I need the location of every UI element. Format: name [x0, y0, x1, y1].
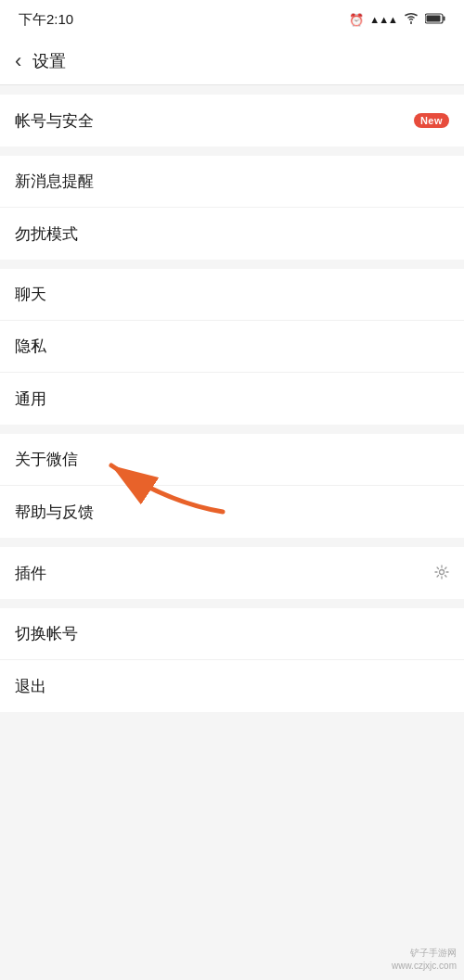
- about-label: 关于微信: [15, 449, 449, 470]
- chat-label: 聊天: [15, 284, 449, 305]
- switch-account-label: 切换帐号: [15, 623, 449, 644]
- menu-item-dnd[interactable]: 勿扰模式: [0, 208, 464, 260]
- dnd-label: 勿扰模式: [15, 223, 449, 245]
- back-chevron-icon: ‹: [15, 51, 21, 71]
- menu-item-general[interactable]: 通用: [0, 373, 464, 425]
- status-time: 下午2:10: [19, 11, 73, 29]
- watermark-line2: www.czjxjc.com: [392, 960, 457, 973]
- menu-item-notifications[interactable]: 新消息提醒: [0, 156, 464, 208]
- menu-item-about[interactable]: 关于微信: [0, 434, 464, 486]
- menu-item-logout[interactable]: 退出: [0, 660, 464, 712]
- status-bar: 下午2:10 ⏰ ▲▲▲: [0, 0, 464, 37]
- watermark: 铲子手游网 www.czjxjc.com: [392, 947, 457, 973]
- menu-item-feedback[interactable]: 帮助与反馈: [0, 486, 464, 538]
- svg-point-4: [440, 569, 445, 574]
- account-section: 帐号与安全 New: [0, 95, 464, 146]
- plugins-label: 插件: [15, 563, 427, 584]
- logout-label: 退出: [15, 676, 449, 697]
- notification-section: 新消息提醒 勿扰模式: [0, 156, 464, 260]
- account-switch-section: 切换帐号 退出: [0, 608, 464, 712]
- plugin-section: 插件: [0, 547, 464, 599]
- settings-section: 聊天 隐私 通用: [0, 269, 464, 425]
- page-title: 设置: [32, 50, 66, 72]
- back-button[interactable]: ‹: [15, 51, 21, 71]
- svg-rect-3: [427, 16, 441, 22]
- privacy-label: 隐私: [15, 336, 449, 357]
- menu-item-chat[interactable]: 聊天: [0, 269, 464, 321]
- watermark-line1: 铲子手游网: [392, 947, 457, 960]
- alarm-icon: ⏰: [349, 13, 364, 27]
- notifications-label: 新消息提醒: [15, 171, 449, 192]
- battery-icon: [425, 11, 445, 28]
- about-section: 关于微信 帮助与反馈: [0, 434, 464, 538]
- plugin-gear-icon: [434, 565, 449, 582]
- account-security-label: 帐号与安全: [15, 110, 405, 132]
- menu-item-switch-account[interactable]: 切换帐号: [0, 608, 464, 660]
- signal-icon: ▲▲▲: [369, 14, 397, 25]
- wifi-icon: [403, 11, 419, 28]
- new-badge: New: [414, 113, 449, 128]
- menu-item-account-security[interactable]: 帐号与安全 New: [0, 95, 464, 146]
- menu-item-privacy[interactable]: 隐私: [0, 321, 464, 373]
- svg-rect-2: [444, 17, 445, 21]
- status-icons: ⏰ ▲▲▲: [349, 11, 445, 28]
- menu-item-plugins[interactable]: 插件: [0, 547, 464, 599]
- header: ‹ 设置: [0, 37, 464, 85]
- svg-point-0: [410, 22, 412, 24]
- feedback-label: 帮助与反馈: [15, 502, 449, 523]
- general-label: 通用: [15, 388, 449, 410]
